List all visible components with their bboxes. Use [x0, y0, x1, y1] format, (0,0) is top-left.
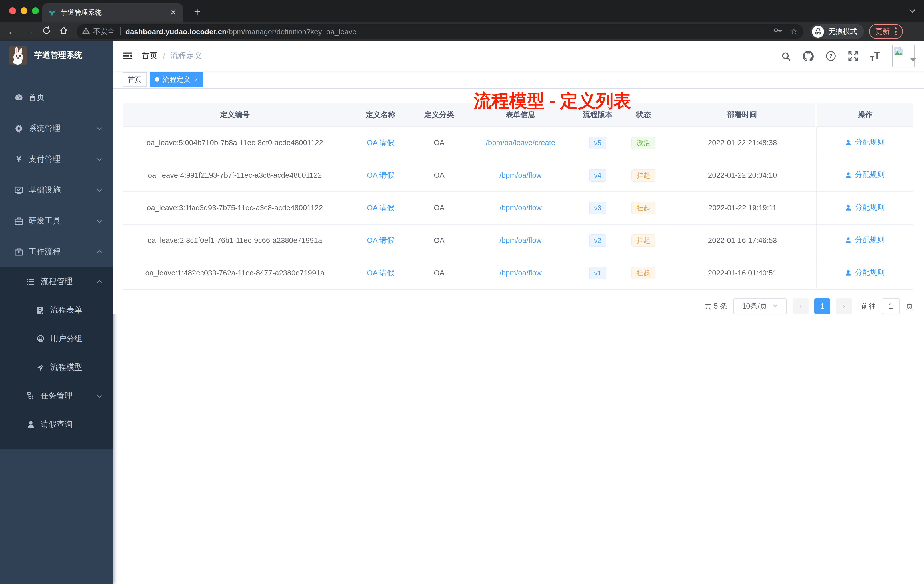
sidebar-item-process-form[interactable]: 流程表单	[0, 296, 113, 325]
next-page-button[interactable]: ›	[836, 298, 852, 314]
help-icon[interactable]: ?	[826, 51, 836, 61]
definition-category: OA	[415, 191, 464, 224]
deploy-time: 2022-01-22 21:48:38	[669, 126, 816, 159]
browser-update-button[interactable]: 更新	[869, 24, 903, 39]
sidebar-item-label: 研发工具	[28, 216, 61, 226]
table-row: oa_leave:5:004b710b-7b8a-11ec-8ef0-acde4…	[124, 126, 913, 159]
current-page-button[interactable]: 1	[814, 298, 830, 314]
new-tab-button[interactable]: +	[190, 5, 205, 20]
sidebar-item-process-management[interactable]: 流程管理	[0, 267, 113, 296]
goto-label: 前往	[861, 301, 876, 311]
home-button[interactable]	[55, 26, 72, 37]
browser-tab[interactable]: 芋道管理系统 ✕	[42, 3, 183, 22]
close-window-button[interactable]	[9, 7, 16, 14]
tab-search-chevron-icon[interactable]	[909, 7, 916, 17]
sidebar-item-payment[interactable]: ¥ 支付管理	[0, 144, 113, 175]
window-controls[interactable]	[9, 7, 39, 14]
not-secure-warning-icon	[82, 27, 90, 35]
sidebar-item-infrastructure[interactable]: 基础设施	[0, 175, 113, 206]
favicon-plant-icon	[48, 8, 56, 16]
user-icon	[845, 269, 852, 277]
gear-icon	[14, 124, 23, 133]
breadcrumb-home[interactable]: 首页	[142, 51, 158, 61]
security-label[interactable]: 不安全	[93, 26, 115, 36]
key-icon[interactable]	[773, 26, 782, 37]
sidebar-item-workflow[interactable]: 工作流程	[0, 237, 113, 267]
incognito-badge: 无痕模式	[810, 24, 864, 39]
deploy-time: 2022-01-16 17:46:53	[669, 224, 816, 257]
page-size-select[interactable]: 10条/页	[733, 298, 787, 314]
definition-id: oa_leave:1:482ec033-762a-11ec-8477-a2380…	[124, 257, 346, 289]
fullscreen-icon[interactable]	[848, 51, 858, 61]
tag-process-definition[interactable]: 流程定义 ×	[150, 72, 203, 87]
chevron-down-icon	[96, 187, 103, 194]
address-bar[interactable]: 不安全 dashboard.yudao.iocoder.cn/bpm/manag…	[77, 24, 804, 39]
main-area: 首页 / 流程定义 ?	[113, 41, 924, 584]
app-title: 芋道管理系统	[34, 50, 82, 61]
form-link[interactable]: /bpm/oa/flow	[500, 203, 541, 212]
definition-name-link[interactable]: OA 请假	[367, 171, 394, 179]
tab-close-icon[interactable]: ✕	[169, 8, 177, 16]
forward-button[interactable]: →	[21, 26, 38, 36]
assign-rule-link[interactable]: 分配规则	[845, 268, 885, 278]
definition-name-link[interactable]: OA 请假	[367, 236, 394, 244]
assign-rule-link[interactable]: 分配规则	[845, 137, 885, 148]
definition-name-link[interactable]: OA 请假	[367, 268, 394, 277]
logo-rabbit-image	[9, 46, 27, 64]
browser-menu-icon[interactable]	[895, 27, 897, 35]
search-icon[interactable]	[781, 51, 791, 61]
bookmark-star-icon[interactable]: ☆	[790, 26, 798, 36]
form-link[interactable]: /bpm/oa/flow	[500, 236, 541, 244]
definition-category: OA	[415, 159, 464, 191]
yen-icon: ¥	[14, 154, 23, 165]
github-icon[interactable]	[803, 51, 814, 61]
sidebar-item-system[interactable]: 系统管理	[0, 113, 113, 144]
maximize-window-button[interactable]	[32, 7, 39, 14]
sidebar-item-task-management[interactable]: 任务管理	[0, 382, 113, 410]
svg-text:?: ?	[829, 53, 833, 59]
workflow-submenu: 流程管理 流程表单 用户分组	[0, 267, 113, 449]
tag-home[interactable]: 首页	[123, 72, 147, 87]
back-button[interactable]: ←	[3, 26, 21, 36]
status-badge: 挂起	[632, 201, 655, 214]
sidebar-collapse-icon[interactable]	[122, 51, 132, 61]
sidebar-logo-row[interactable]: 芋道管理系统	[0, 41, 113, 70]
sidebar-item-leave-query[interactable]: 请假查询	[0, 410, 113, 439]
sidebar-item-label: 任务管理	[41, 391, 73, 401]
form-link[interactable]: /bpm/oa/flow	[500, 269, 541, 277]
col-actions: 操作	[816, 104, 913, 126]
goto-page-input[interactable]	[882, 298, 900, 314]
assign-rule-link[interactable]: 分配规则	[845, 170, 885, 180]
url-divider	[120, 27, 120, 35]
url-path[interactable]: /bpm/manager/definition?key=oa_leave	[226, 27, 356, 36]
assign-rule-link[interactable]: 分配规则	[845, 203, 885, 213]
prev-page-button[interactable]: ‹	[792, 298, 808, 314]
sidebar-item-process-model[interactable]: 流程模型	[0, 353, 113, 382]
form-link[interactable]: /bpm/oa/leave/create	[486, 138, 555, 147]
sidebar-item-home[interactable]: 首页	[0, 82, 113, 113]
sidebar-item-label: 流程表单	[50, 305, 82, 315]
avatar-broken-image[interactable]	[892, 45, 915, 68]
url-host[interactable]: dashboard.yudao.iocoder.cn	[125, 27, 226, 36]
definition-table: 定义编号 定义名称 定义分类 表单信息 流程版本 状态 部署时间 操作 oa_l	[124, 104, 913, 289]
definition-name-link[interactable]: OA 请假	[367, 138, 394, 147]
definition-name-link[interactable]: OA 请假	[367, 203, 394, 212]
breadcrumb: 首页 / 流程定义	[142, 51, 202, 61]
definition-id: oa_leave:4:991f2193-7b7f-11ec-a3c8-acde4…	[124, 159, 346, 191]
font-size-icon[interactable]: TT	[870, 50, 880, 62]
version-badge: v4	[589, 169, 606, 181]
sidebar-item-dev-tools[interactable]: 研发工具	[0, 206, 113, 237]
col-deploy-time: 部署时间	[669, 104, 816, 126]
tags-view-bar: 首页 流程定义 ×	[113, 71, 924, 89]
definition-id: oa_leave:2:3c1f0ef1-76b1-11ec-9c66-a2380…	[124, 224, 346, 257]
avatar-dropdown-caret-icon[interactable]	[910, 58, 916, 62]
update-label[interactable]: 更新	[875, 26, 890, 36]
paper-plane-icon	[36, 363, 45, 372]
sidebar-item-user-group[interactable]: 用户分组	[0, 325, 113, 353]
assign-rule-link[interactable]: 分配规则	[845, 235, 885, 246]
reload-button[interactable]	[38, 26, 55, 37]
tag-close-icon[interactable]: ×	[194, 76, 198, 83]
goto-unit: 页	[906, 301, 913, 311]
form-link[interactable]: /bpm/oa/flow	[500, 171, 541, 180]
minimize-window-button[interactable]	[21, 7, 27, 14]
